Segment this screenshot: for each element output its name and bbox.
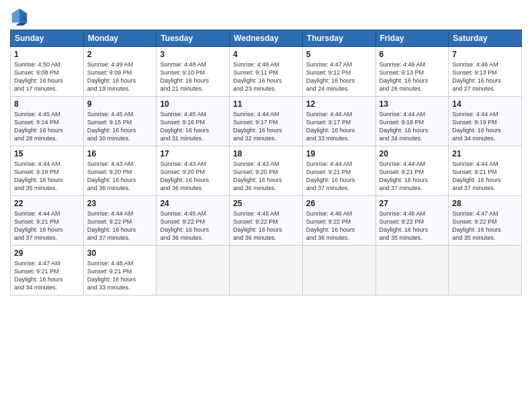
day-info: Sunrise: 4:45 AM Sunset: 9:22 PM Dayligh… — [160, 210, 226, 242]
day-number: 28 — [452, 199, 518, 208]
calendar-cell: 20Sunrise: 4:44 AM Sunset: 9:21 PM Dayli… — [375, 146, 449, 196]
day-info: Sunrise: 4:48 AM Sunset: 9:10 PM Dayligh… — [160, 60, 226, 93]
calendar-cell: 21Sunrise: 4:44 AM Sunset: 9:21 PM Dayli… — [449, 146, 522, 196]
day-number: 23 — [87, 199, 153, 208]
calendar-cell: 19Sunrise: 4:44 AM Sunset: 9:21 PM Dayli… — [302, 146, 375, 196]
calendar-cell: 5Sunrise: 4:47 AM Sunset: 9:12 PM Daylig… — [302, 47, 375, 97]
calendar-cell: 2Sunrise: 4:49 AM Sunset: 9:09 PM Daylig… — [83, 47, 157, 97]
day-info: Sunrise: 4:44 AM Sunset: 9:19 PM Dayligh… — [452, 110, 518, 143]
calendar-cell: 8Sunrise: 4:45 AM Sunset: 9:14 PM Daylig… — [11, 97, 84, 146]
day-number: 18 — [233, 149, 299, 158]
day-number: 25 — [233, 199, 299, 208]
calendar-cell: 26Sunrise: 4:46 AM Sunset: 9:22 PM Dayli… — [302, 196, 375, 246]
calendar-week-1: 1Sunrise: 4:50 AM Sunset: 9:08 PM Daylig… — [11, 47, 522, 97]
day-info: Sunrise: 4:46 AM Sunset: 9:22 PM Dayligh… — [306, 210, 372, 242]
day-header-friday: Friday — [375, 30, 449, 47]
calendar-cell: 23Sunrise: 4:44 AM Sunset: 9:22 PM Dayli… — [83, 196, 157, 246]
day-number: 1 — [14, 50, 80, 59]
calendar-cell: 14Sunrise: 4:44 AM Sunset: 9:19 PM Dayli… — [449, 97, 522, 146]
day-header-monday: Monday — [83, 30, 157, 47]
calendar-cell — [375, 246, 449, 295]
page: SundayMondayTuesdayWednesdayThursdayFrid… — [0, 0, 532, 411]
day-number: 17 — [160, 149, 226, 158]
day-number: 19 — [306, 149, 372, 158]
calendar-cell — [302, 246, 375, 295]
calendar-cell: 17Sunrise: 4:43 AM Sunset: 9:20 PM Dayli… — [157, 146, 230, 196]
day-header-thursday: Thursday — [302, 30, 375, 47]
header — [10, 7, 522, 26]
calendar-cell: 12Sunrise: 4:44 AM Sunset: 9:17 PM Dayli… — [302, 97, 375, 146]
calendar-cell: 11Sunrise: 4:44 AM Sunset: 9:17 PM Dayli… — [230, 97, 303, 146]
day-number: 10 — [160, 99, 226, 109]
day-number: 11 — [233, 99, 299, 109]
logo — [10, 7, 30, 26]
day-number: 15 — [14, 149, 80, 158]
calendar-cell: 22Sunrise: 4:44 AM Sunset: 9:21 PM Dayli… — [11, 196, 84, 246]
day-info: Sunrise: 4:44 AM Sunset: 9:21 PM Dayligh… — [452, 160, 518, 193]
day-info: Sunrise: 4:44 AM Sunset: 9:21 PM Dayligh… — [380, 160, 445, 193]
calendar-cell: 25Sunrise: 4:45 AM Sunset: 9:22 PM Dayli… — [230, 196, 303, 246]
calendar-cell: 29Sunrise: 4:47 AM Sunset: 9:21 PM Dayli… — [11, 246, 84, 295]
day-info: Sunrise: 4:50 AM Sunset: 9:08 PM Dayligh… — [14, 60, 80, 93]
calendar-cell: 4Sunrise: 4:48 AM Sunset: 9:11 PM Daylig… — [230, 47, 303, 97]
day-number: 16 — [87, 149, 153, 158]
calendar-cell: 24Sunrise: 4:45 AM Sunset: 9:22 PM Dayli… — [157, 196, 230, 246]
day-info: Sunrise: 4:43 AM Sunset: 9:20 PM Dayligh… — [233, 160, 299, 193]
day-info: Sunrise: 4:46 AM Sunset: 9:13 PM Dayligh… — [380, 60, 445, 93]
day-number: 8 — [14, 99, 80, 109]
calendar-cell: 13Sunrise: 4:44 AM Sunset: 9:18 PM Dayli… — [375, 97, 449, 146]
calendar-week-3: 15Sunrise: 4:44 AM Sunset: 9:19 PM Dayli… — [11, 146, 522, 196]
calendar-cell — [449, 246, 522, 295]
calendar-cell — [230, 246, 303, 295]
header-row: SundayMondayTuesdayWednesdayThursdayFrid… — [11, 30, 522, 47]
day-number: 2 — [87, 50, 153, 59]
day-info: Sunrise: 4:44 AM Sunset: 9:17 PM Dayligh… — [306, 110, 372, 143]
day-info: Sunrise: 4:47 AM Sunset: 9:22 PM Dayligh… — [452, 210, 518, 242]
calendar-cell: 6Sunrise: 4:46 AM Sunset: 9:13 PM Daylig… — [375, 47, 449, 97]
logo-icon — [10, 7, 29, 26]
calendar-cell: 30Sunrise: 4:48 AM Sunset: 9:21 PM Dayli… — [83, 246, 157, 295]
calendar-cell: 3Sunrise: 4:48 AM Sunset: 9:10 PM Daylig… — [157, 47, 230, 97]
day-number: 27 — [380, 199, 445, 208]
day-info: Sunrise: 4:43 AM Sunset: 9:20 PM Dayligh… — [87, 160, 153, 193]
day-number: 26 — [306, 199, 372, 208]
day-info: Sunrise: 4:47 AM Sunset: 9:21 PM Dayligh… — [14, 259, 80, 292]
calendar-cell: 10Sunrise: 4:45 AM Sunset: 9:16 PM Dayli… — [157, 97, 230, 146]
calendar-cell: 15Sunrise: 4:44 AM Sunset: 9:19 PM Dayli… — [11, 146, 84, 196]
svg-marker-2 — [15, 23, 27, 26]
calendar-week-4: 22Sunrise: 4:44 AM Sunset: 9:21 PM Dayli… — [11, 196, 522, 246]
svg-marker-1 — [12, 9, 19, 23]
day-number: 24 — [160, 199, 226, 208]
calendar-cell: 1Sunrise: 4:50 AM Sunset: 9:08 PM Daylig… — [11, 47, 84, 97]
day-number: 4 — [233, 50, 299, 59]
day-info: Sunrise: 4:44 AM Sunset: 9:21 PM Dayligh… — [14, 210, 80, 242]
day-number: 6 — [380, 50, 445, 59]
day-info: Sunrise: 4:44 AM Sunset: 9:19 PM Dayligh… — [14, 160, 80, 193]
calendar-cell: 7Sunrise: 4:46 AM Sunset: 9:13 PM Daylig… — [449, 47, 522, 97]
day-number: 5 — [306, 50, 372, 59]
calendar-week-2: 8Sunrise: 4:45 AM Sunset: 9:14 PM Daylig… — [11, 97, 522, 146]
day-number: 20 — [380, 149, 445, 158]
day-header-sunday: Sunday — [11, 30, 84, 47]
day-info: Sunrise: 4:46 AM Sunset: 9:13 PM Dayligh… — [452, 60, 518, 93]
day-info: Sunrise: 4:45 AM Sunset: 9:15 PM Dayligh… — [87, 110, 153, 143]
day-number: 7 — [452, 50, 518, 59]
calendar-cell: 18Sunrise: 4:43 AM Sunset: 9:20 PM Dayli… — [230, 146, 303, 196]
calendar-cell: 27Sunrise: 4:46 AM Sunset: 9:22 PM Dayli… — [375, 196, 449, 246]
day-info: Sunrise: 4:45 AM Sunset: 9:14 PM Dayligh… — [14, 110, 80, 143]
day-number: 14 — [452, 99, 518, 109]
calendar-table: SundayMondayTuesdayWednesdayThursdayFrid… — [10, 30, 522, 295]
day-info: Sunrise: 4:45 AM Sunset: 9:22 PM Dayligh… — [233, 210, 299, 242]
calendar-cell: 16Sunrise: 4:43 AM Sunset: 9:20 PM Dayli… — [83, 146, 157, 196]
day-number: 29 — [14, 248, 80, 258]
day-number: 22 — [14, 199, 80, 208]
day-info: Sunrise: 4:43 AM Sunset: 9:20 PM Dayligh… — [160, 160, 226, 193]
day-header-tuesday: Tuesday — [157, 30, 230, 47]
day-header-saturday: Saturday — [449, 30, 522, 47]
day-info: Sunrise: 4:49 AM Sunset: 9:09 PM Dayligh… — [87, 60, 153, 93]
day-header-wednesday: Wednesday — [230, 30, 303, 47]
calendar-cell: 9Sunrise: 4:45 AM Sunset: 9:15 PM Daylig… — [83, 97, 157, 146]
day-number: 12 — [306, 99, 372, 109]
calendar-cell — [157, 246, 230, 295]
day-info: Sunrise: 4:48 AM Sunset: 9:11 PM Dayligh… — [233, 60, 299, 93]
